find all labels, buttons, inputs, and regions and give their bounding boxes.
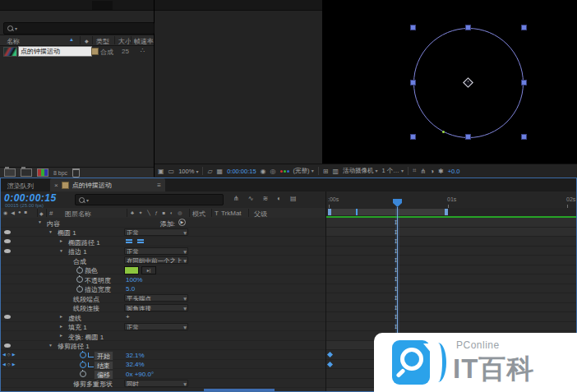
- keyframe-icon[interactable]: [327, 352, 333, 357]
- label-column-icon[interactable]: ◆: [39, 210, 44, 216]
- twirl-icon[interactable]: ►: [59, 333, 63, 338]
- project-column-header[interactable]: 名称 ▲ ◆ 类型 大小 帧速率: [0, 35, 154, 46]
- tag-column-icon[interactable]: ◆: [85, 38, 89, 44]
- graph-include-icon[interactable]: [88, 353, 94, 357]
- property-row[interactable]: ◀◇▶开始32.1%: [1, 350, 325, 360]
- property-row[interactable]: ▼修剪路径 1: [1, 341, 325, 351]
- visibility-eye-icon[interactable]: [4, 249, 11, 253]
- property-value[interactable]: 32.4%: [126, 361, 145, 368]
- property-row[interactable]: ▼描边 1正常▾: [1, 247, 325, 256]
- shy-icon[interactable]: ∿: [248, 195, 254, 202]
- track-row[interactable]: I: [326, 284, 576, 294]
- region-of-interest-icon[interactable]: ▱: [207, 168, 212, 175]
- bit-depth-label[interactable]: 8 bpc: [53, 170, 67, 176]
- target-region-icon[interactable]: ⊞: [323, 168, 329, 175]
- panel-tab[interactable]: [92, 1, 113, 10]
- property-row[interactable]: 描边宽度5.0: [1, 284, 325, 294]
- color-swatch[interactable]: [124, 266, 139, 274]
- column-size[interactable]: 大小: [118, 37, 132, 46]
- property-row[interactable]: ►虚线+: [1, 312, 325, 322]
- track-row[interactable]: I: [326, 265, 576, 275]
- property-row[interactable]: 颜色▸|: [1, 265, 325, 275]
- track-row[interactable]: I: [326, 237, 576, 247]
- motion-blur-icon[interactable]: ◐: [277, 195, 281, 202]
- selection-handle[interactable]: [410, 134, 416, 140]
- stopwatch-icon[interactable]: [80, 371, 86, 377]
- gear-icon[interactable]: ✱: [438, 168, 444, 175]
- adjust-exposure-icon[interactable]: ◑: [430, 168, 434, 175]
- twirl-icon[interactable]: ▼: [38, 219, 42, 224]
- property-row[interactable]: 线段连接圆角连接▾: [1, 303, 325, 313]
- visibility-eye-icon[interactable]: [4, 230, 11, 234]
- track-row[interactable]: I: [326, 247, 576, 256]
- track-row[interactable]: I: [326, 293, 576, 303]
- visibility-eye-icon[interactable]: [4, 344, 11, 348]
- work-area-end-handle[interactable]: [445, 209, 448, 215]
- selection-handle[interactable]: [465, 25, 471, 30]
- eye-column-icon[interactable]: ◉: [3, 210, 7, 215]
- view-select[interactable]: 活动摄像机 ▾: [343, 167, 378, 175]
- stopwatch-icon[interactable]: [76, 276, 83, 283]
- exposure-value[interactable]: +0.0: [448, 168, 460, 175]
- keyframe-icon[interactable]: [327, 361, 333, 367]
- track-row[interactable]: I: [326, 218, 576, 228]
- twirl-icon[interactable]: ▼: [59, 248, 63, 253]
- selection-handle[interactable]: [465, 134, 471, 140]
- track-row[interactable]: I: [326, 303, 576, 313]
- property-row[interactable]: 偏移0x +90.0°: [1, 369, 325, 379]
- keyframe-navigator[interactable]: ◀◇▶: [2, 352, 17, 357]
- visibility-eye-icon[interactable]: [4, 239, 11, 243]
- tab-render-queue[interactable]: 渲染队列: [7, 182, 34, 191]
- twirl-icon[interactable]: ▼: [48, 229, 53, 234]
- property-row[interactable]: ▼内容添加:▶: [1, 218, 325, 228]
- property-row[interactable]: [1, 388, 325, 391]
- property-value[interactable]: 32.1%: [126, 352, 145, 359]
- display-icon[interactable]: ▭: [168, 168, 175, 175]
- current-time-display[interactable]: 0:00:00:15: [4, 192, 57, 204]
- twirl-icon[interactable]: ▼: [48, 343, 53, 348]
- resolution-select[interactable]: (完整) ▾: [293, 167, 314, 175]
- panel-menu-icon[interactable]: ≡: [157, 182, 161, 189]
- property-dropdown[interactable]: 正常▾: [124, 323, 188, 330]
- frame-blend-icon[interactable]: ≋: [262, 195, 268, 202]
- folder-icon[interactable]: [21, 168, 32, 177]
- property-dropdown[interactable]: 在同组中前一个之上▾: [124, 256, 188, 264]
- preview-time[interactable]: 0:00:00:15: [227, 168, 256, 175]
- property-row[interactable]: ▼椭圆 1正常▾: [1, 228, 325, 238]
- selection-handle[interactable]: [521, 25, 527, 30]
- trash-icon[interactable]: [72, 168, 80, 178]
- selection-handle[interactable]: [521, 80, 527, 85]
- column-fps[interactable]: 帧速率: [134, 37, 154, 46]
- column-t[interactable]: T: [215, 210, 219, 217]
- selection-handle[interactable]: [410, 80, 416, 85]
- twirl-icon[interactable]: ►: [59, 314, 63, 319]
- track-row[interactable]: I: [326, 228, 576, 238]
- column-type[interactable]: 类型: [96, 37, 109, 46]
- property-row[interactable]: ►填充 1正常▾: [1, 322, 325, 332]
- rgb-channels-icon[interactable]: [280, 170, 289, 173]
- twirl-icon[interactable]: ►: [59, 238, 63, 243]
- stopwatch-icon[interactable]: [80, 352, 86, 358]
- track-row[interactable]: I: [326, 312, 576, 322]
- work-area-start-handle[interactable]: [328, 209, 331, 215]
- visibility-eye-icon[interactable]: [4, 315, 11, 319]
- solo-column-icon[interactable]: ●: [18, 210, 21, 215]
- work-area-bar[interactable]: [328, 209, 448, 215]
- footage-icon[interactable]: [37, 168, 48, 177]
- project-search-input[interactable]: ▾: [3, 22, 155, 35]
- label-color-chip[interactable]: [91, 48, 99, 55]
- track-row[interactable]: I: [326, 322, 576, 332]
- composition-viewer[interactable]: [323, 0, 577, 164]
- snapshot-icon[interactable]: ▣: [158, 168, 164, 175]
- new-folder-icon[interactable]: [4, 168, 16, 177]
- secondary-swatch[interactable]: ▸|: [141, 266, 156, 274]
- property-row[interactable]: 线段端点平头端点▾: [1, 293, 325, 303]
- property-row[interactable]: ►椭圆路径 1: [1, 237, 325, 247]
- property-dropdown[interactable]: 正常▾: [124, 247, 188, 255]
- show-snapshot-icon[interactable]: ◎: [270, 168, 276, 175]
- grid-guides-icon[interactable]: ⌗: [413, 167, 417, 175]
- project-item-row[interactable]: 点的钟摆运动 合成 25 ∴: [0, 46, 154, 57]
- transparency-grid-icon[interactable]: ▦: [217, 168, 224, 175]
- timeline-marker[interactable]: [356, 209, 358, 215]
- property-value[interactable]: 5.0: [126, 285, 135, 293]
